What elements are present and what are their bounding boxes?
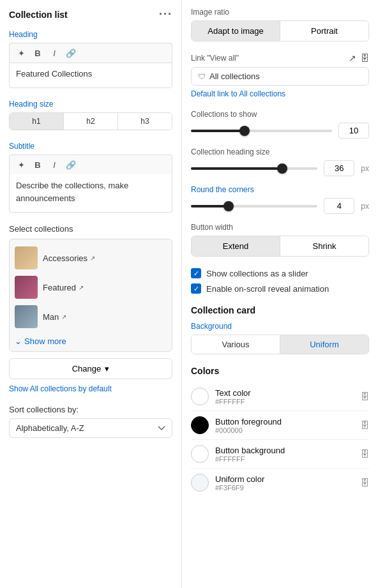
heading-size-slider-thumb[interactable]	[277, 163, 287, 174]
color-row-text: Text color #FFFFFF 🗄	[191, 382, 369, 411]
image-ratio-section: Image ratio Adapt to image Portrait	[191, 8, 369, 41]
featured-name: Featured ↗	[43, 283, 84, 292]
button-width-section: Button width Extend Shrink	[191, 223, 369, 257]
text-color-info: Text color #FFFFFF	[215, 388, 354, 405]
round-corners-slider-thumb[interactable]	[223, 201, 234, 211]
heading-size-unit: px	[361, 164, 369, 173]
link-view-all-label: Link "View all"	[191, 54, 239, 63]
link-icons: ↗ 🗄	[349, 53, 369, 63]
change-button[interactable]: Change ▾	[9, 358, 172, 379]
heading-size-slider-fill	[191, 167, 282, 170]
collections-to-show-slider-row: 10	[191, 123, 369, 139]
extend-button[interactable]: Extend	[192, 236, 280, 256]
link-field[interactable]: 🛡 All collections	[191, 67, 369, 86]
button-width-label: Button width	[191, 223, 369, 232]
accessories-ext-link-icon[interactable]: ↗	[90, 255, 95, 262]
text-color-hex: #FFFFFF	[215, 398, 354, 405]
btn-bg-color-link-icon[interactable]: 🗄	[360, 449, 369, 459]
subtitle-label: Subtitle	[9, 142, 172, 151]
text-color-link-icon[interactable]: 🗄	[360, 391, 369, 402]
heading-toolbar: ✦ B I 🔗	[9, 43, 172, 63]
more-options-button[interactable]: ···	[159, 8, 172, 21]
collection-card-title: Collection card	[191, 305, 369, 315]
btn-fg-color-name: Button foreground	[215, 417, 354, 426]
collection-heading-size-section: Collection heading size 36 px	[191, 147, 369, 176]
h1-button[interactable]: h1	[10, 113, 64, 130]
round-corners-slider-track[interactable]	[191, 205, 317, 207]
image-ratio-label: Image ratio	[191, 8, 369, 17]
shield-icon: 🛡	[198, 72, 206, 81]
btn-fg-color-hex: #000000	[215, 426, 354, 434]
btn-bg-color-circle[interactable]	[191, 445, 209, 463]
left-panel: Collection list ··· Heading ✦ B I 🔗 Feat…	[0, 0, 182, 588]
italic-icon-sub[interactable]: I	[48, 158, 61, 171]
select-collections-label: Select collections	[9, 224, 172, 234]
on-scroll-reveal-row: ✓ Enable on-scroll reveal animation	[191, 283, 369, 294]
background-label: Background	[191, 322, 369, 331]
btn-fg-color-circle[interactable]	[191, 416, 209, 434]
default-link-text: Default link to All collections	[191, 89, 369, 98]
various-button[interactable]: Various	[192, 335, 280, 354]
sort-select[interactable]: Alphabetically, A-Z Alphabetically, Z-A …	[9, 418, 172, 438]
collections-slider-track[interactable]	[191, 130, 332, 132]
heading-size-toggle: h1 h2 h3	[9, 112, 172, 130]
uniform-button[interactable]: Uniform	[280, 335, 368, 354]
external-link-icon[interactable]: ↗	[349, 53, 356, 63]
collections-to-show-section: Collections to show 10	[191, 110, 369, 139]
text-color-circle[interactable]	[191, 388, 209, 405]
man-name: Man ↗	[43, 312, 66, 322]
right-panel: Image ratio Adapt to image Portrait Link…	[182, 0, 378, 588]
collections-to-show-label: Collections to show	[191, 110, 369, 119]
accessories-thumb	[15, 246, 38, 269]
collection-list-title: Collection list	[9, 10, 68, 20]
show-as-slider-row: ✓ Show collections as a slider	[191, 268, 369, 278]
btn-bg-color-hex: #FFFFFF	[215, 455, 354, 463]
adapt-to-image-button[interactable]: Adapt to image	[192, 21, 280, 41]
show-as-slider-checkbox[interactable]: ✓	[191, 268, 201, 278]
shrink-button[interactable]: Shrink	[280, 236, 368, 256]
subtitle-toolbar: ✦ B I 🔗	[9, 155, 172, 174]
heading-size-section: Heading size h1 h2 h3	[9, 100, 172, 130]
bold-icon[interactable]: B	[31, 47, 44, 59]
h2-button[interactable]: h2	[64, 113, 118, 130]
uniform-color-circle[interactable]	[191, 474, 209, 492]
select-collections-section: Select collections Accessories ↗ Feature…	[9, 224, 172, 393]
on-scroll-reveal-checkbox[interactable]: ✓	[191, 283, 201, 294]
italic-icon[interactable]: I	[48, 47, 61, 59]
drag-icon[interactable]: ✦	[15, 47, 27, 59]
link-icon-sub[interactable]: 🔗	[64, 158, 77, 171]
man-ext-link-icon[interactable]: ↗	[61, 313, 66, 320]
collections-to-show-input[interactable]: 10	[338, 123, 369, 139]
drag-icon-sub[interactable]: ✦	[15, 158, 27, 171]
link-icon[interactable]: 🔗	[64, 47, 77, 59]
show-more-button[interactable]: ⌄ Show more	[15, 335, 167, 347]
accessories-name: Accessories ↗	[43, 253, 95, 263]
btn-fg-color-link-icon[interactable]: 🗄	[360, 420, 369, 430]
heading-size-slider-track[interactable]	[191, 167, 317, 170]
show-all-collections-link[interactable]: Show All collections by default	[9, 384, 172, 393]
collections-list-box: Accessories ↗ Featured ↗ Man ↗ ⌄	[9, 239, 172, 352]
link-field-text: All collections	[209, 72, 260, 81]
featured-ext-link-icon[interactable]: ↗	[79, 284, 84, 291]
on-scroll-reveal-label: Enable on-scroll reveal animation	[206, 284, 329, 294]
uniform-color-link-icon[interactable]: 🗄	[360, 478, 369, 488]
uniform-color-name: Uniform color	[215, 474, 354, 484]
subtitle-value[interactable]: Describe the collections, make announcem…	[9, 174, 172, 213]
checkmark-icon: ✓	[193, 269, 199, 278]
collection-heading-size-slider-row: 36 px	[191, 160, 369, 176]
text-color-name: Text color	[215, 388, 354, 398]
background-toggle: Various Uniform	[191, 335, 369, 354]
btn-bg-color-info: Button background #FFFFFF	[215, 446, 354, 463]
h3-button[interactable]: h3	[118, 113, 172, 130]
panel-title: Collection list ···	[9, 8, 172, 21]
round-corners-input[interactable]: 4	[324, 198, 354, 214]
collections-slider-thumb[interactable]	[239, 126, 250, 136]
bold-icon-sub[interactable]: B	[31, 158, 44, 171]
database-link-icon[interactable]: 🗄	[360, 53, 369, 63]
collection-heading-size-input[interactable]: 36	[324, 160, 354, 176]
btn-fg-color-info: Button foreground #000000	[215, 417, 354, 434]
color-row-uniform: Uniform color #F3F6F9 🗄	[191, 469, 369, 497]
heading-value[interactable]: Featured Collections	[9, 63, 172, 88]
portrait-button[interactable]: Portrait	[280, 21, 368, 41]
checkmark-icon-2: ✓	[193, 285, 199, 293]
